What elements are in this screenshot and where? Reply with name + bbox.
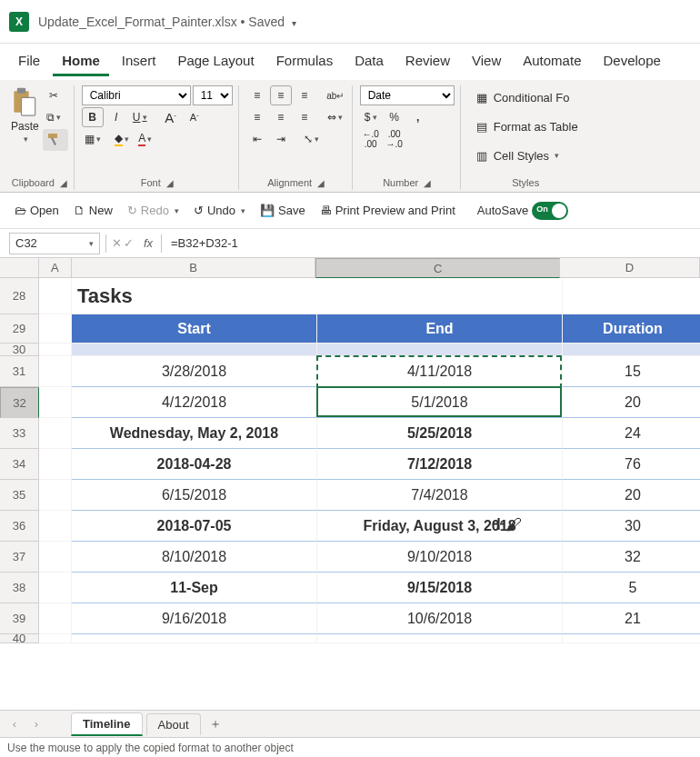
cell-B29[interactable]: Start xyxy=(72,314,317,344)
open-button[interactable]: 🗁Open xyxy=(9,200,65,221)
sheet-nav-prev[interactable]: ‹ xyxy=(5,717,24,731)
italic-button[interactable]: I xyxy=(105,107,127,127)
cell-A31[interactable] xyxy=(39,356,72,387)
cancel-formula-icon[interactable]: ✕ xyxy=(112,236,122,250)
column-header-B[interactable]: B xyxy=(72,258,316,278)
format-painter-button[interactable] xyxy=(43,129,68,151)
cell-D32[interactable]: 20 xyxy=(563,387,700,418)
print-preview-button[interactable]: 🖶Print Preview and Print xyxy=(315,200,461,221)
cell-D30[interactable] xyxy=(563,344,700,356)
redo-button[interactable]: ↻Redo▾ xyxy=(122,200,185,221)
percent-button[interactable]: % xyxy=(384,107,405,127)
comma-button[interactable]: , xyxy=(407,107,429,127)
row-header-33[interactable]: 33 xyxy=(0,418,39,449)
cell-A30[interactable] xyxy=(39,344,72,356)
column-header-A[interactable]: A xyxy=(39,258,72,278)
cell-D40[interactable] xyxy=(563,634,700,643)
row-header-34[interactable]: 34 xyxy=(0,449,39,480)
copy-button[interactable]: ⧉▾ xyxy=(43,107,65,127)
align-top-button[interactable]: ≡ xyxy=(246,85,268,105)
align-middle-button[interactable]: ≡ xyxy=(270,85,292,105)
row-header-30[interactable]: 30 xyxy=(0,344,39,356)
row-header-38[interactable]: 38 xyxy=(0,573,39,603)
decrease-decimal-button[interactable]: .00→.0 xyxy=(384,129,405,149)
cell-D36[interactable]: 30 xyxy=(563,511,700,542)
fx-button[interactable]: fx xyxy=(137,233,159,254)
cell-B40[interactable] xyxy=(72,634,317,643)
undo-button[interactable]: ↺Undo▾ xyxy=(188,200,251,221)
ribbon-tab-automate[interactable]: Automate xyxy=(514,47,590,76)
cell-D31[interactable]: 15 xyxy=(563,356,700,387)
cell-C30[interactable] xyxy=(317,344,563,356)
chevron-down-icon[interactable]: ▾ xyxy=(292,18,296,28)
cell-A36[interactable] xyxy=(39,511,72,542)
chevron-down-icon[interactable]: ▾ xyxy=(24,134,28,144)
sheet-nav-next[interactable]: › xyxy=(27,717,45,731)
decrease-indent-button[interactable]: ⇤ xyxy=(246,129,268,149)
cell-B32[interactable]: 4/12/2018 xyxy=(72,387,317,418)
row-header-40[interactable]: 40 xyxy=(0,634,39,643)
name-box[interactable]: C32▾ xyxy=(9,233,100,254)
cell-C28[interactable] xyxy=(317,278,563,314)
row-header-36[interactable]: 36 xyxy=(0,511,39,542)
enter-formula-icon[interactable]: ✓ xyxy=(124,236,134,250)
align-center-button[interactable]: ≡ xyxy=(270,107,292,127)
cell-B39[interactable]: 9/16/2018 xyxy=(72,603,317,634)
cell-C36[interactable]: Friday, August 3, 2018 xyxy=(317,511,563,542)
paste-label[interactable]: Paste xyxy=(11,120,39,133)
cell-A28[interactable] xyxy=(39,278,72,314)
cell-D39[interactable]: 21 xyxy=(563,603,700,634)
row-header-28[interactable]: 28 xyxy=(0,278,39,314)
cell-C35[interactable]: 7/4/2018 xyxy=(317,480,563,511)
increase-decimal-button[interactable]: ←.0.00 xyxy=(360,129,382,149)
row-header-37[interactable]: 37 xyxy=(0,542,39,573)
row-header-29[interactable]: 29 xyxy=(0,314,39,344)
ribbon-tab-insert[interactable]: Insert xyxy=(113,47,165,76)
ribbon-tab-view[interactable]: View xyxy=(463,47,510,76)
align-right-button[interactable]: ≡ xyxy=(294,107,315,127)
font-size-select[interactable]: 11 xyxy=(193,85,233,105)
row-header-35[interactable]: 35 xyxy=(0,480,39,511)
dialog-launcher-icon[interactable]: ◢ xyxy=(166,178,174,188)
ribbon-tab-home[interactable]: Home xyxy=(53,47,109,76)
font-color-button[interactable]: A▾ xyxy=(135,129,156,149)
orientation-button[interactable]: ⤡▾ xyxy=(301,129,323,149)
cell-B35[interactable]: 6/15/2018 xyxy=(72,480,317,511)
cell-B31[interactable]: 3/28/2018 xyxy=(72,356,317,387)
cell-B36[interactable]: 2018-07-05 xyxy=(72,511,317,542)
align-left-button[interactable]: ≡ xyxy=(246,107,268,127)
cell-D34[interactable]: 76 xyxy=(563,449,700,480)
underline-button[interactable]: U▾ xyxy=(129,107,151,127)
cell-D38[interactable]: 5 xyxy=(563,573,700,603)
ribbon-tab-develope[interactable]: Develope xyxy=(594,47,669,76)
cell-B37[interactable]: 8/10/2018 xyxy=(72,542,317,573)
align-bottom-button[interactable]: ≡ xyxy=(294,85,315,105)
row-header-39[interactable]: 39 xyxy=(0,603,39,634)
cell-A29[interactable] xyxy=(39,314,72,344)
autosave-toggle[interactable]: On xyxy=(532,202,568,220)
decrease-font-button[interactable]: Aˇ xyxy=(184,107,205,127)
cell-C32[interactable]: 5/1/2018 xyxy=(317,387,563,418)
cell-C33[interactable]: 5/25/2018 xyxy=(317,418,563,449)
font-name-select[interactable]: Calibri xyxy=(82,85,191,105)
currency-button[interactable]: $▾ xyxy=(360,107,382,127)
cell-A38[interactable] xyxy=(39,573,72,603)
cell-C29[interactable]: End xyxy=(317,314,563,344)
wrap-text-button[interactable]: ab↵ xyxy=(325,85,346,105)
cell-C37[interactable]: 9/10/2018 xyxy=(317,542,563,573)
cut-button[interactable]: ✂ xyxy=(43,85,65,105)
spreadsheet-grid[interactable]: ABCD 28293031323334353637383940 TasksSta… xyxy=(0,258,700,710)
cell-A33[interactable] xyxy=(39,418,72,449)
format-as-table-button[interactable]: ▤Format as Table xyxy=(468,115,584,138)
cell-styles-button[interactable]: ▥Cell Styles▾ xyxy=(468,144,565,167)
column-header-D[interactable]: D xyxy=(560,258,700,278)
conditional-formatting-button[interactable]: ▦Conditional Fo xyxy=(468,85,575,109)
cell-D29[interactable]: Duration xyxy=(563,314,700,344)
sheet-tab-timeline[interactable]: Timeline xyxy=(71,712,143,736)
cell-D28[interactable] xyxy=(563,278,700,314)
cell-A39[interactable] xyxy=(39,603,72,634)
formula-input[interactable]: =B32+D32-1 xyxy=(164,236,700,250)
add-sheet-button[interactable]: ＋ xyxy=(205,716,226,732)
ribbon-tab-file[interactable]: File xyxy=(9,47,49,76)
cell-B30[interactable] xyxy=(72,344,317,356)
